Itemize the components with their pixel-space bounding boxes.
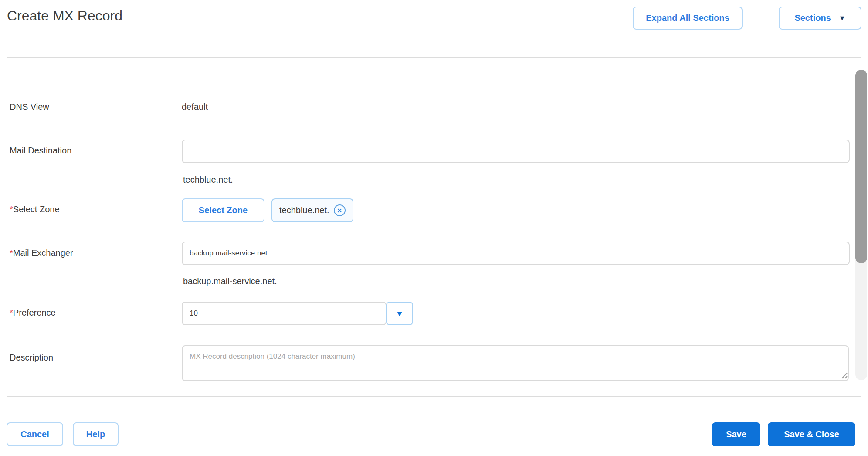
- chevron-down-icon: ▼: [839, 15, 846, 22]
- chevron-down-icon: ▼: [396, 310, 404, 318]
- preference-label: *Preference: [10, 307, 56, 318]
- required-asterisk: *: [10, 204, 13, 214]
- mail-destination-label: Mail Destination: [10, 145, 71, 156]
- required-asterisk: *: [10, 308, 13, 317]
- save-button[interactable]: Save: [712, 422, 760, 446]
- dns-view-value: default: [182, 101, 208, 112]
- sections-label: Sections: [794, 13, 831, 23]
- description-label: Description: [10, 352, 53, 363]
- footer-divider: [7, 396, 861, 397]
- help-button[interactable]: Help: [73, 422, 119, 446]
- required-asterisk: *: [10, 248, 13, 258]
- selected-zone-chip-label: techblue.net.: [279, 205, 329, 215]
- preference-dropdown-button[interactable]: ▼: [386, 302, 413, 325]
- mail-exchanger-input[interactable]: [182, 242, 850, 265]
- save-and-close-button[interactable]: Save & Close: [768, 422, 855, 446]
- description-textarea[interactable]: [182, 345, 849, 381]
- sections-dropdown-button[interactable]: Sections ▼: [779, 7, 861, 30]
- save-and-close-button-label: Save & Close: [784, 429, 839, 439]
- header-divider: [7, 57, 861, 58]
- cancel-button[interactable]: Cancel: [7, 422, 63, 446]
- resize-handle-icon[interactable]: [840, 371, 848, 379]
- mail-destination-input[interactable]: [182, 140, 850, 163]
- create-mx-record-dialog: { "header": { "title": "Create MX Record…: [0, 0, 868, 456]
- select-zone-button-label: Select Zone: [199, 205, 248, 215]
- expand-all-sections-label: Expand All Sections: [646, 13, 729, 23]
- selected-zone-chip: techblue.net. ✕: [271, 198, 353, 222]
- mail-exchanger-helper: backup.mail-service.net.: [183, 276, 277, 287]
- save-button-label: Save: [726, 429, 746, 439]
- preference-input[interactable]: [182, 302, 387, 325]
- select-zone-label: *Select Zone: [10, 204, 60, 215]
- scrollbar-thumb[interactable]: [855, 70, 867, 263]
- page-title: Create MX Record: [7, 8, 122, 24]
- mail-destination-helper: techblue.net.: [183, 174, 233, 185]
- dns-view-label: DNS View: [10, 101, 49, 112]
- remove-zone-icon[interactable]: ✕: [334, 204, 346, 216]
- select-zone-button[interactable]: Select Zone: [182, 198, 264, 222]
- cancel-button-label: Cancel: [20, 429, 49, 439]
- mail-exchanger-label: *Mail Exchanger: [10, 247, 73, 259]
- expand-all-sections-button[interactable]: Expand All Sections: [633, 7, 743, 30]
- help-button-label: Help: [86, 429, 105, 439]
